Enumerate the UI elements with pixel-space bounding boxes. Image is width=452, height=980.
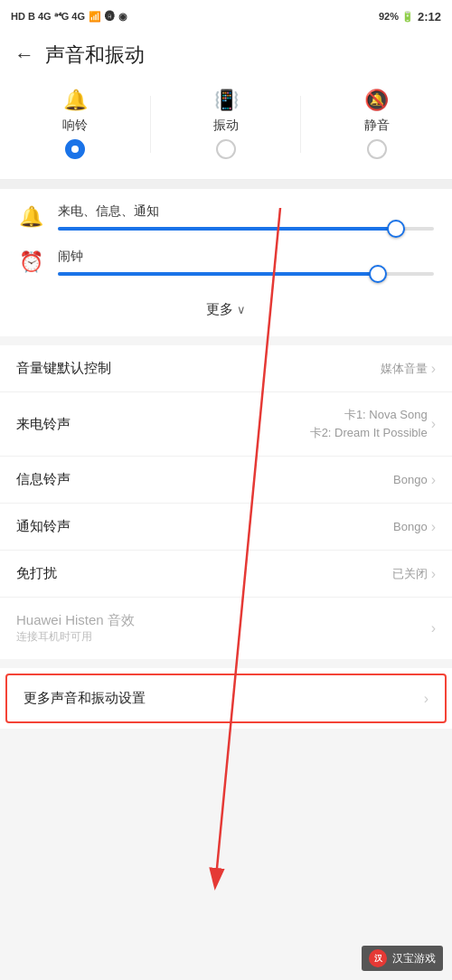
battery-icon: 92% 🔋 bbox=[379, 11, 414, 23]
notification-tone-label: 通知铃声 bbox=[16, 518, 71, 535]
histen-left: Huawei Histen 音效 连接耳机时可用 bbox=[16, 612, 135, 645]
ringtone-chevron: › bbox=[431, 416, 436, 432]
volume-notification-fill bbox=[58, 227, 396, 231]
watermark-logo: 汉 bbox=[369, 949, 387, 967]
volume-key-value: 媒体音量 bbox=[381, 361, 428, 377]
settings-histen: Huawei Histen 音效 连接耳机时可用 › bbox=[0, 598, 452, 659]
message-tone-chevron: › bbox=[431, 472, 436, 488]
status-bar: HD B 4G ᵃ⁴G 4G 📶 🅐 ◉ 92% 🔋 2:12 bbox=[0, 0, 452, 33]
histen-sub: 连接耳机时可用 bbox=[16, 629, 135, 645]
status-left: HD B 4G ᵃ⁴G 4G 📶 🅐 ◉ bbox=[11, 11, 127, 23]
settings-message-tone[interactable]: 信息铃声 Bongo › bbox=[0, 457, 452, 504]
back-button[interactable]: ← bbox=[14, 43, 34, 67]
volume-alarm: ⏰ 闹钟 bbox=[18, 249, 434, 276]
volume-section: 🔔 来电、信息、通知 ⏰ 闹钟 更多 ∨ bbox=[0, 189, 452, 336]
volume-notification-thumb[interactable] bbox=[387, 220, 405, 238]
ring-mode-section: 🔔 响铃 📳 振动 🔕 静音 bbox=[0, 74, 452, 180]
alarm-icon: ⏰ bbox=[18, 250, 43, 274]
settings-do-not-disturb[interactable]: 免打扰 已关闭 › bbox=[0, 551, 452, 598]
vibrate-label: 振动 bbox=[213, 118, 239, 134]
ringtone-right: 卡1: Nova Song 卡2: Dream It Possible › bbox=[310, 407, 436, 441]
status-right: 92% 🔋 2:12 bbox=[379, 10, 441, 24]
message-tone-right: Bongo › bbox=[393, 472, 436, 488]
more-button-label: 更多 bbox=[206, 301, 233, 318]
volume-alarm-slider[interactable] bbox=[58, 272, 434, 276]
histen-label: Huawei Histen 音效 bbox=[16, 612, 135, 629]
histen-right: › bbox=[431, 620, 436, 636]
watermark-text: 汉宝游戏 bbox=[392, 951, 436, 966]
vibrate-icon: 📳 bbox=[214, 89, 239, 112]
volume-notification-label: 来电、信息、通知 bbox=[58, 203, 434, 220]
settings-notification-tone[interactable]: 通知铃声 Bongo › bbox=[0, 504, 452, 551]
extra-icon: ◉ bbox=[118, 11, 127, 23]
ring-mode-vibrate[interactable]: 📳 振动 bbox=[151, 83, 302, 165]
battery-percent: 92 bbox=[379, 11, 390, 22]
ring-label: 响铃 bbox=[62, 118, 88, 134]
silent-label: 静音 bbox=[364, 118, 390, 134]
ringtone-card1: 卡1: Nova Song bbox=[344, 407, 428, 423]
ring-radio[interactable] bbox=[65, 139, 85, 159]
settings-ringtone[interactable]: 来电铃声 卡1: Nova Song 卡2: Dream It Possible… bbox=[0, 392, 452, 457]
ringtone-card2: 卡2: Dream It Possible bbox=[310, 425, 428, 441]
silent-radio[interactable] bbox=[367, 139, 387, 159]
bottom-section: 更多声音和振动设置 › bbox=[0, 668, 452, 729]
silent-icon: 🔕 bbox=[364, 89, 389, 112]
do-not-disturb-chevron: › bbox=[431, 566, 436, 582]
volume-alarm-label: 闹钟 bbox=[58, 249, 434, 265]
volume-key-right: 媒体音量 › bbox=[381, 361, 436, 377]
ring-bell-icon: 🔔 bbox=[63, 89, 88, 112]
message-tone-value: Bongo bbox=[393, 473, 428, 486]
more-sound-chevron: › bbox=[424, 691, 428, 707]
divider-1 bbox=[0, 180, 452, 189]
ringtone-label: 来电铃声 bbox=[16, 416, 71, 433]
status-signal: HD B 4G ᵃ⁴G 4G bbox=[11, 11, 85, 23]
notification-tone-value: Bongo bbox=[393, 520, 428, 533]
volume-key-label: 音量键默认控制 bbox=[16, 360, 111, 377]
chevron-down-icon: ∨ bbox=[237, 303, 246, 316]
notification-tone-chevron: › bbox=[431, 519, 436, 535]
volume-notification-right: 来电、信息、通知 bbox=[58, 203, 434, 231]
do-not-disturb-right: 已关闭 › bbox=[392, 566, 436, 582]
ringtone-values: 卡1: Nova Song 卡2: Dream It Possible bbox=[310, 407, 428, 441]
histen-chevron: › bbox=[431, 620, 436, 636]
watermark: 汉 汉宝游戏 bbox=[362, 946, 443, 971]
header: ← 声音和振动 bbox=[0, 33, 452, 74]
more-button[interactable]: 更多 ∨ bbox=[18, 294, 434, 322]
more-sound-right: › bbox=[424, 691, 428, 707]
do-not-disturb-value: 已关闭 bbox=[392, 566, 428, 582]
settings-section: 音量键默认控制 媒体音量 › 来电铃声 卡1: Nova Song 卡2: Dr… bbox=[0, 345, 452, 659]
vibrate-radio[interactable] bbox=[216, 139, 236, 159]
chevron-right-icon: › bbox=[431, 361, 436, 377]
more-sound-label: 更多声音和振动设置 bbox=[24, 690, 146, 707]
wifi-icon: 📶 bbox=[89, 11, 101, 23]
ring-mode-ring[interactable]: 🔔 响铃 bbox=[0, 83, 151, 165]
volume-alarm-right: 闹钟 bbox=[58, 249, 434, 276]
clock: 2:12 bbox=[418, 10, 441, 24]
volume-alarm-fill bbox=[58, 272, 378, 276]
settings-volume-key[interactable]: 音量键默认控制 媒体音量 › bbox=[0, 345, 452, 392]
page-wrapper: HD B 4G ᵃ⁴G 4G 📶 🅐 ◉ 92% 🔋 2:12 ← 声音和振动 … bbox=[0, 0, 452, 729]
page-title: 声音和振动 bbox=[45, 42, 145, 69]
notification-tone-right: Bongo › bbox=[393, 519, 436, 535]
vpn-icon: 🅐 bbox=[105, 11, 115, 22]
message-tone-label: 信息铃声 bbox=[16, 471, 71, 488]
volume-alarm-thumb[interactable] bbox=[369, 265, 387, 283]
settings-more-sound[interactable]: 更多声音和振动设置 › bbox=[5, 674, 447, 723]
volume-notification: 🔔 来电、信息、通知 bbox=[18, 203, 434, 231]
ring-mode-silent[interactable]: 🔕 静音 bbox=[301, 83, 452, 165]
do-not-disturb-label: 免打扰 bbox=[16, 565, 57, 582]
volume-notification-slider[interactable] bbox=[58, 227, 434, 231]
bell-icon: 🔔 bbox=[18, 205, 43, 229]
